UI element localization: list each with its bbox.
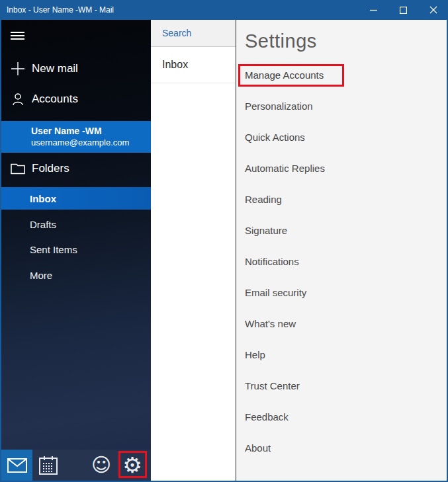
close-button[interactable]: [418, 0, 448, 20]
search-button[interactable]: Search: [151, 20, 236, 47]
account-item[interactable]: User Name -WM username@example.com: [1, 121, 151, 153]
folder-inbox-label: Inbox: [30, 193, 56, 204]
window-title: Inbox - User Name -WM - Mail: [0, 5, 359, 15]
calendar-nav-button[interactable]: [34, 450, 63, 481]
person-icon: [11, 92, 25, 106]
settings-list: Manage Accounts Personalization Quick Ac…: [236, 60, 447, 463]
settings-item-notifications[interactable]: Notifications: [236, 246, 447, 277]
navigation-pane: New mail Accounts User Name -WM username…: [1, 20, 151, 481]
folder-drafts-label: Drafts: [30, 219, 56, 230]
sidebar-folder-more[interactable]: More: [30, 268, 52, 283]
plus-icon: [11, 61, 25, 76]
folder-icon: [11, 161, 25, 176]
mail-app-window: Inbox - User Name -WM - Mail New m: [0, 0, 448, 482]
folders-label: Folders: [32, 162, 69, 175]
settings-item-whats-new[interactable]: What's new: [236, 308, 447, 339]
feedback-smiley-button[interactable]: ☺: [87, 450, 116, 481]
settings-pane: Settings Manage Accounts Personalization…: [236, 20, 447, 481]
close-icon: [429, 6, 437, 14]
folder-more-label: More: [30, 270, 52, 281]
settings-item-reading[interactable]: Reading: [236, 184, 447, 215]
maximize-icon: [400, 7, 407, 14]
maximize-button[interactable]: [388, 0, 418, 20]
sidebar-folder-drafts[interactable]: Drafts: [30, 218, 56, 232]
settings-item-signature[interactable]: Signature: [236, 215, 447, 246]
hamburger-icon: [11, 32, 24, 33]
settings-item-help[interactable]: Help: [236, 339, 447, 370]
settings-item-trust-center[interactable]: Trust Center: [236, 370, 447, 401]
sidebar-folder-inbox[interactable]: Inbox: [1, 187, 151, 210]
calendar-icon: [39, 456, 58, 475]
search-label: Search: [162, 28, 191, 38]
settings-item-automatic-replies[interactable]: Automatic Replies: [236, 153, 447, 184]
accounts-label: Accounts: [32, 93, 78, 106]
titlebar[interactable]: Inbox - User Name -WM - Mail: [0, 0, 448, 20]
folder-sent-label: Sent Items: [30, 244, 77, 255]
settings-item-email-security[interactable]: Email security: [236, 277, 447, 308]
folder-list-item-inbox[interactable]: Inbox: [151, 47, 236, 83]
settings-item-about[interactable]: About: [236, 432, 447, 463]
mail-nav-button[interactable]: [1, 450, 32, 481]
mail-icon: [7, 458, 27, 473]
window-controls: [359, 0, 448, 20]
inbox-label: Inbox: [162, 59, 188, 71]
settings-item-quick-actions[interactable]: Quick Actions: [236, 122, 447, 153]
settings-item-personalization[interactable]: Personalization: [236, 91, 447, 122]
account-email: username@example.com: [31, 137, 151, 148]
folders-header[interactable]: Folders: [1, 157, 151, 181]
new-mail-label: New mail: [32, 62, 78, 75]
new-mail-button[interactable]: New mail: [1, 59, 151, 79]
account-name: User Name -WM: [31, 126, 151, 137]
accounts-header[interactable]: Accounts: [1, 89, 151, 109]
settings-item-manage-accounts[interactable]: Manage Accounts: [236, 60, 447, 91]
folder-list-pane: Search Inbox: [151, 20, 236, 481]
minimize-button[interactable]: [359, 0, 388, 20]
gear-annotation-box: [118, 451, 147, 478]
settings-item-feedback[interactable]: Feedback: [236, 401, 447, 432]
hamburger-menu-button[interactable]: [11, 32, 25, 40]
manage-accounts-annotation-box: Manage Accounts: [238, 64, 344, 87]
minimize-icon: [370, 7, 377, 14]
settings-page-title: Settings: [245, 30, 317, 52]
smiley-icon: ☺: [91, 450, 111, 481]
sidebar-folder-sent-items[interactable]: Sent Items: [30, 243, 77, 257]
app-body: New mail Accounts User Name -WM username…: [1, 20, 447, 481]
